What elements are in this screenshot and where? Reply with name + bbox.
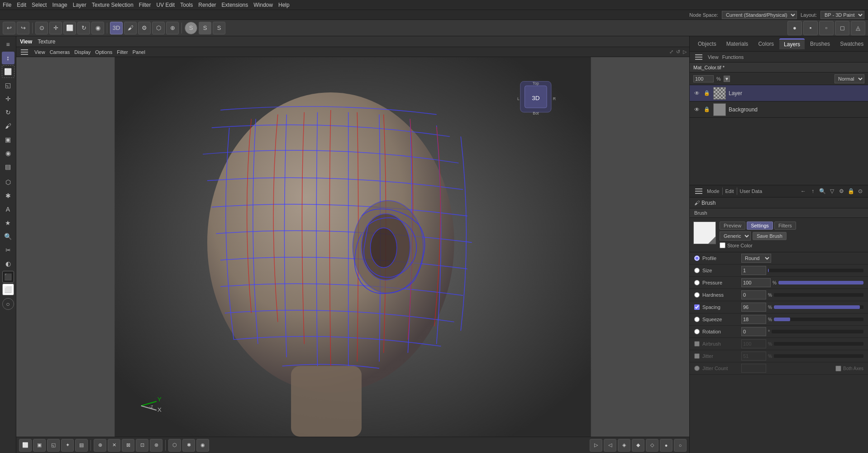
pressure-input[interactable]: [741, 278, 771, 287]
layer-lock-2[interactable]: 🔒: [703, 106, 711, 113]
tool-fill[interactable]: ✱: [2, 189, 14, 202]
layer-opacity-input[interactable]: [693, 75, 714, 82]
prop-radio-size[interactable]: [694, 268, 700, 273]
tool-rect-select[interactable]: ⬜: [2, 65, 14, 78]
prop-radio-pressure[interactable]: [694, 280, 700, 285]
tool-transform[interactable]: ✛: [2, 92, 14, 105]
toolbar-top-view[interactable]: ◻: [835, 21, 849, 35]
size-input[interactable]: [741, 266, 766, 275]
menu-layer[interactable]: Layer: [73, 2, 86, 8]
layer-eye-1[interactable]: 👁: [693, 90, 701, 97]
brush-nav-filter[interactable]: ▽: [828, 187, 836, 195]
sub-tab-settings[interactable]: Settings: [747, 222, 773, 230]
node-space-select[interactable]: Current (Standard/Physical): [722, 11, 797, 19]
toolbar-undo[interactable]: ↩: [3, 22, 15, 34]
mode-tab[interactable]: Mode: [707, 188, 720, 194]
menu-window[interactable]: Window: [253, 2, 273, 8]
brush-preset-select[interactable]: Generic Round Soft: [720, 231, 751, 241]
menu-select[interactable]: Select: [32, 2, 47, 8]
blend-mode-select[interactable]: Normal Multiply Screen: [835, 74, 864, 83]
sub-tab-preview[interactable]: Preview: [720, 222, 745, 230]
toolbar-eraser[interactable]: ⬡: [152, 22, 165, 34]
viewport-render-icon[interactable]: ▷: [683, 49, 687, 55]
viewport-menu-view[interactable]: View: [34, 49, 45, 55]
status-btn-8[interactable]: ⊠: [122, 439, 134, 452]
brush-hamburger[interactable]: [693, 187, 704, 196]
profile-select[interactable]: Round Square Custom: [741, 254, 771, 263]
status-btn-r3[interactable]: ◈: [618, 439, 630, 452]
toolbar-fill[interactable]: ⊕: [166, 22, 179, 34]
tool-stamp[interactable]: ▣: [2, 133, 14, 146]
menu-render[interactable]: Render: [198, 2, 216, 8]
status-btn-3[interactable]: ◱: [47, 439, 60, 452]
brush-nav-gear2[interactable]: ⊙: [856, 187, 864, 195]
viewport-menu-options[interactable]: Options: [95, 49, 112, 55]
status-btn-r1[interactable]: ▷: [590, 439, 602, 452]
tab-layers[interactable]: Layers: [779, 39, 805, 49]
brush-nav-up[interactable]: ↑: [809, 187, 817, 195]
sub-tab-filters[interactable]: Filters: [774, 222, 796, 230]
status-btn-10[interactable]: ⊗: [150, 439, 162, 452]
prop-cb-airbrush[interactable]: [694, 341, 700, 347]
brush-nav-lock[interactable]: 🔒: [847, 187, 855, 195]
viewport-hamburger[interactable]: [19, 48, 30, 57]
brush-preview-thumb[interactable]: [693, 222, 716, 244]
viewport-menu-cameras[interactable]: Cameras: [50, 49, 70, 55]
toolbar-clone[interactable]: ⚙: [138, 22, 151, 34]
save-brush-button[interactable]: Save Brush: [753, 232, 787, 240]
status-btn-6[interactable]: ⊕: [94, 439, 106, 452]
toolbar-lasso[interactable]: ⊙: [35, 22, 48, 34]
userdata-tab[interactable]: User Data: [740, 188, 763, 194]
layer-item-layer[interactable]: 👁 🔒 Layer: [690, 85, 868, 101]
menu-uv-edit[interactable]: UV Edit: [157, 2, 175, 8]
spacing-input[interactable]: [741, 303, 766, 312]
viewport-tab-texture[interactable]: Texture: [38, 39, 55, 45]
menu-extensions[interactable]: Extensions: [222, 2, 248, 8]
layer-eye-2[interactable]: 👁: [693, 106, 701, 113]
rpanel-view[interactable]: View: [708, 54, 719, 60]
tab-objects[interactable]: Objects: [693, 39, 721, 49]
status-btn-7[interactable]: ✕: [108, 439, 120, 452]
tool-brush[interactable]: 🖌: [2, 120, 14, 132]
status-btn-5[interactable]: ▤: [75, 439, 88, 452]
status-btn-11[interactable]: ⬡: [168, 439, 181, 452]
viewport-menu-panel[interactable]: Panel: [133, 49, 145, 55]
tool-hamburger[interactable]: ≡: [2, 38, 14, 51]
tool-text[interactable]: A: [2, 203, 14, 216]
menu-help[interactable]: Help: [278, 2, 290, 8]
prop-radio-jitter-count[interactable]: [694, 366, 700, 371]
tab-swatches[interactable]: Swatches: [835, 39, 868, 49]
status-btn-r7[interactable]: ○: [674, 439, 687, 452]
brush-nav-settings[interactable]: ⚙: [837, 187, 845, 195]
viewport-tab-view[interactable]: View: [20, 39, 32, 45]
menu-image[interactable]: Image: [52, 2, 67, 8]
status-btn-13[interactable]: ◉: [196, 439, 209, 452]
viewport-fit-icon[interactable]: ⤢: [669, 49, 673, 55]
status-btn-4[interactable]: ✦: [61, 439, 74, 452]
jitter-input[interactable]: [741, 352, 766, 361]
toolbar-s2[interactable]: S: [199, 22, 211, 34]
toolbar-sphere-view[interactable]: ●: [787, 21, 802, 35]
tool-circle[interactable]: ○: [2, 298, 14, 310]
brush-nav-back[interactable]: ←: [799, 187, 807, 195]
status-btn-9[interactable]: ⊡: [136, 439, 148, 452]
tool-zoom[interactable]: 🔍: [2, 230, 14, 243]
tool-move[interactable]: ↕: [2, 52, 14, 64]
status-btn-1[interactable]: ⬜: [19, 439, 32, 452]
status-btn-r2[interactable]: ◁: [604, 439, 616, 452]
menu-tools[interactable]: Tools: [180, 2, 193, 8]
prop-cb-jitter[interactable]: [694, 353, 700, 359]
tool-star[interactable]: ★: [2, 217, 14, 229]
squeeze-input[interactable]: [741, 315, 766, 324]
tab-colors[interactable]: Colors: [754, 39, 778, 49]
viewport-sync-icon[interactable]: ↺: [676, 49, 680, 55]
rotation-input[interactable]: [741, 327, 766, 336]
menu-edit[interactable]: Edit: [17, 2, 26, 8]
toolbar-persp-view[interactable]: ◬: [851, 21, 865, 35]
tool-pattern[interactable]: ▤: [2, 160, 14, 173]
toolbar-paint[interactable]: 🖌: [124, 22, 137, 34]
tool-rotate[interactable]: ↻: [2, 106, 14, 119]
layout-select[interactable]: BP - 3D Paint: [820, 11, 864, 19]
tool-bg-color[interactable]: ⬜: [2, 284, 14, 295]
toolbar-rotate[interactable]: ↻: [77, 22, 90, 34]
